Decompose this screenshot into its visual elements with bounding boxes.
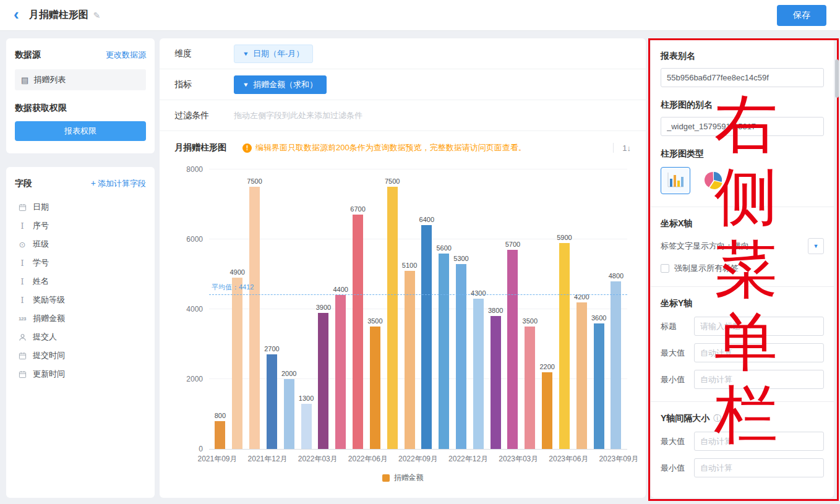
- bar-column[interactable]: 4800: [607, 169, 625, 449]
- calendar-icon: [17, 352, 27, 360]
- bar-column[interactable]: 800: [212, 169, 229, 449]
- bar[interactable]: [353, 215, 363, 449]
- bar[interactable]: [525, 327, 535, 449]
- add-calculated-field-link[interactable]: +添加计算字段: [91, 178, 146, 189]
- y-axis-min-input[interactable]: [694, 370, 824, 389]
- force-show-labels-option[interactable]: 强制显示所有标签: [661, 263, 824, 274]
- bar[interactable]: [456, 264, 466, 449]
- field-label: 姓名: [33, 276, 49, 287]
- bar[interactable]: [576, 302, 587, 449]
- bar-column[interactable]: 4300: [469, 169, 487, 449]
- field-item-serial[interactable]: I 序号: [15, 216, 146, 235]
- chart-type-title: 柱形图类型: [661, 148, 824, 160]
- bar-column[interactable]: 2200: [539, 169, 556, 449]
- dimension-pill[interactable]: ▼ 日期（年-月）: [234, 45, 313, 63]
- bar-column[interactable]: 3600: [590, 169, 607, 449]
- sort-icon[interactable]: 1↓: [622, 143, 631, 153]
- legend[interactable]: 捐赠金额: [174, 472, 631, 492]
- y-interval-max-input[interactable]: [694, 432, 824, 451]
- save-button[interactable]: 保存: [777, 5, 826, 26]
- widget-alias-input[interactable]: [661, 117, 824, 136]
- bar-column[interactable]: 3900: [315, 169, 332, 449]
- chart-type-bar-option[interactable]: [661, 167, 690, 194]
- bar[interactable]: [439, 254, 449, 449]
- bar[interactable]: [215, 421, 225, 449]
- bar[interactable]: [318, 313, 328, 449]
- info-icon[interactable]: ⓘ: [713, 413, 721, 424]
- y-interval-min-input[interactable]: [694, 458, 824, 477]
- bar-column[interactable]: 3500: [366, 169, 384, 449]
- report-alias-input[interactable]: [661, 68, 824, 87]
- bar-value-label: 4300: [471, 289, 486, 297]
- change-datasource-link[interactable]: 更改数据源: [106, 49, 146, 61]
- bar-column[interactable]: 6400: [418, 169, 435, 449]
- checkbox-icon[interactable]: [661, 264, 669, 273]
- pie-chart-icon: [705, 171, 723, 191]
- bar[interactable]: [249, 187, 260, 449]
- bar-column[interactable]: 1300: [298, 169, 315, 449]
- field-item-reward-level[interactable]: I 奖励等级: [15, 291, 146, 309]
- y-axis-max-input[interactable]: [694, 343, 824, 362]
- bar[interactable]: [473, 299, 484, 449]
- bar-column[interactable]: 5600: [435, 169, 453, 449]
- field-item-student-id[interactable]: I 学号: [15, 254, 146, 272]
- field-item-date[interactable]: 日期: [15, 198, 146, 216]
- bar[interactable]: [507, 250, 518, 449]
- filter-row[interactable]: 过滤条件 拖动左侧字段到此处来添加过滤条件: [160, 100, 646, 131]
- bar[interactable]: [559, 243, 570, 449]
- y-axis-title-input[interactable]: [694, 317, 824, 336]
- bar[interactable]: [267, 354, 277, 449]
- scrollbar-thumb[interactable]: [835, 59, 839, 98]
- edit-title-icon[interactable]: ✎: [93, 11, 101, 20]
- bar[interactable]: [611, 281, 621, 449]
- bar[interactable]: [594, 323, 604, 449]
- datasource-item[interactable]: ▤ 捐赠列表: [15, 69, 146, 90]
- bar-column[interactable]: 4900: [229, 169, 246, 449]
- back-icon[interactable]: ‹: [14, 6, 19, 22]
- bar-column[interactable]: 3800: [487, 169, 504, 449]
- bar-column[interactable]: 5700: [504, 169, 521, 449]
- main-layout: 数据源 更改数据源 ▤ 捐赠列表 数据获取权限 报表权限 字段 +添加计算字段 …: [0, 31, 840, 504]
- x-label-direction-dropdown[interactable]: ▼: [808, 238, 824, 254]
- bar[interactable]: [232, 278, 242, 449]
- field-item-update-time[interactable]: 更新时间: [15, 365, 146, 383]
- field-item-class[interactable]: ⊙ 班级: [15, 235, 146, 254]
- bar[interactable]: [421, 225, 432, 449]
- bar[interactable]: [284, 379, 294, 449]
- bar[interactable]: [370, 327, 380, 449]
- bar[interactable]: [542, 372, 552, 449]
- field-item-donation-amount[interactable]: 123 捐赠金额: [15, 309, 146, 328]
- bar-column[interactable]: 2000: [280, 169, 298, 449]
- force-show-labels-text: 强制显示所有标签: [674, 263, 739, 274]
- field-item-submit-time[interactable]: 提交时间: [15, 346, 146, 365]
- bar-column[interactable]: 4400: [332, 169, 349, 449]
- fields-title: 字段: [15, 178, 32, 189]
- bar-value-label: 3900: [316, 304, 331, 311]
- bar-value-label: 3500: [523, 317, 538, 325]
- bar-column[interactable]: 7500: [246, 169, 264, 449]
- x-tick-label: 2021年09月: [197, 454, 237, 464]
- bar-column[interactable]: 7500: [384, 169, 401, 449]
- metric-pill[interactable]: ▼ 捐赠金额（求和）: [234, 75, 327, 94]
- bar-column[interactable]: 5300: [453, 169, 470, 449]
- bar[interactable]: [301, 404, 312, 449]
- bar-column[interactable]: 6700: [349, 169, 367, 449]
- bar[interactable]: [387, 187, 398, 449]
- field-item-name[interactable]: I 姓名: [15, 272, 146, 291]
- field-label: 日期: [33, 202, 49, 213]
- field-label: 提交人: [33, 331, 57, 343]
- bar[interactable]: [405, 271, 415, 449]
- chart-header-row: 月捐赠柱形图 ! 编辑界面只取数据源前200条作为查询数据预览，完整数据请访问页…: [174, 142, 631, 153]
- field-item-submitter[interactable]: 提交人: [15, 328, 146, 346]
- bar-column[interactable]: 3500: [521, 169, 539, 449]
- average-label: 平均值：4412: [212, 283, 254, 292]
- bar-column[interactable]: 2700: [263, 169, 280, 449]
- bar-column[interactable]: 4200: [573, 169, 590, 449]
- bar[interactable]: [335, 295, 346, 449]
- bar[interactable]: [491, 316, 501, 449]
- bar-value-label: 5900: [557, 234, 572, 241]
- report-permission-button[interactable]: 报表权限: [15, 121, 146, 141]
- bar-column[interactable]: 5900: [556, 169, 573, 449]
- chart-type-pie-option[interactable]: [699, 167, 729, 194]
- bar-column[interactable]: 5100: [401, 169, 418, 449]
